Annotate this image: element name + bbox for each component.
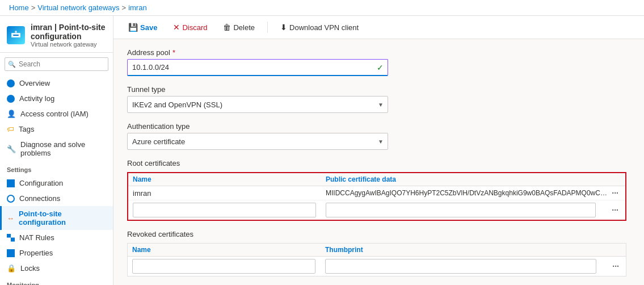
save-button[interactable]: 💾 Save xyxy=(123,20,163,34)
cert-row: imran MIIDCCAgygAwIBAgIQO7YH6HyPT2C5ZbVl… xyxy=(128,186,625,200)
sidebar-item-connections[interactable]: Connections xyxy=(0,191,113,206)
sidebar-item-label: Connections xyxy=(19,194,60,203)
sidebar-item-p2s[interactable]: ↔ Point-to-site configuration xyxy=(0,206,113,230)
check-icon: ✓ xyxy=(377,63,384,72)
sidebar-item-access-control[interactable]: 👤 Access control (IAM) xyxy=(0,106,113,121)
access-control-icon: 👤 xyxy=(7,110,16,118)
p2s-icon: ↔ xyxy=(7,214,14,223)
search-input[interactable] xyxy=(5,57,108,71)
tunnel-type-label: Tunnel type xyxy=(127,85,630,94)
discard-icon: ✕ xyxy=(173,23,180,32)
sidebar-item-diagnose[interactable]: 🔧 Diagnose and solve problems xyxy=(0,137,113,161)
cert-row-name: imran xyxy=(133,189,326,198)
tags-icon: 🏷 xyxy=(7,125,14,133)
cert-col-data-header: Public certificate data xyxy=(326,175,621,183)
breadcrumb-home[interactable]: Home xyxy=(9,3,29,12)
tunnel-type-section: Tunnel type IKEv2 and OpenVPN (SSL) IKEv… xyxy=(127,85,630,113)
address-pool-wrapper: ✓ xyxy=(127,59,388,76)
download-icon: ⬇ xyxy=(280,23,287,32)
tunnel-type-wrapper: IKEv2 and OpenVPN (SSL) IKEv2 only OpenV… xyxy=(127,96,388,113)
sidebar-item-overview[interactable]: Overview xyxy=(0,76,113,91)
sidebar-item-locks[interactable]: 🔒 Locks xyxy=(0,261,113,276)
configuration-icon xyxy=(7,179,15,187)
cert-new-menu[interactable]: ··· xyxy=(609,206,621,215)
revoked-new-thumb-input[interactable] xyxy=(325,259,596,274)
breadcrumb-sep2: > xyxy=(122,3,127,12)
revoked-col-thumb-header: Thumbprint xyxy=(325,246,621,254)
search-icon: 🔍 xyxy=(8,61,16,68)
revoked-certs-title: Revoked certificates xyxy=(127,230,630,238)
sidebar-item-label: Properties xyxy=(19,249,53,257)
connections-icon xyxy=(7,195,15,203)
content-area: Address pool * ✓ Tunnel type IKEv2 and O… xyxy=(113,39,644,285)
root-certs-title: Root certificates xyxy=(127,159,630,167)
cert-col-name-header: Name xyxy=(133,175,326,183)
revoked-col-name-header: Name xyxy=(132,246,325,254)
sidebar: imran | Point-to-site configuration Virt… xyxy=(0,16,113,285)
revoked-cert-table: Name Thumbprint ··· xyxy=(127,243,626,276)
sidebar-item-label: NAT Rules xyxy=(19,233,54,242)
sidebar-item-label: Access control (IAM) xyxy=(20,110,89,118)
cert-row-menu[interactable]: ··· xyxy=(609,188,621,198)
root-certs-section: Root certificates Name Public certificat… xyxy=(127,159,630,221)
breadcrumb-sep1: > xyxy=(31,3,36,12)
settings-section-label: Settings xyxy=(0,161,113,175)
breadcrumb-resource[interactable]: imran xyxy=(128,3,147,12)
cert-new-data-input[interactable] xyxy=(326,203,596,217)
search-box: 🔍 xyxy=(5,57,108,71)
resource-subtitle: Virtual network gateway xyxy=(31,41,106,48)
sidebar-header: imran | Point-to-site configuration Virt… xyxy=(0,16,113,53)
address-pool-section: Address pool * ✓ xyxy=(127,48,630,76)
required-marker: * xyxy=(172,48,175,57)
locks-icon: 🔒 xyxy=(7,264,16,273)
toolbar: 💾 Save ✕ Discard 🗑 Delete ⬇ Download VPN… xyxy=(113,16,644,39)
root-cert-table: Name Public certificate data imran MIIDC… xyxy=(127,172,626,221)
sidebar-item-properties[interactable]: Properties xyxy=(0,245,113,261)
save-icon: 💾 xyxy=(128,23,138,32)
overview-icon xyxy=(7,79,15,87)
address-pool-label: Address pool * xyxy=(127,48,630,57)
sidebar-item-label: Diagnose and solve problems xyxy=(20,140,106,157)
delete-icon: 🗑 xyxy=(223,23,231,32)
activity-log-icon xyxy=(7,95,15,103)
cert-table-header: Name Public certificate data xyxy=(128,173,625,186)
revoked-certs-section: Revoked certificates Name Thumbprint ··· xyxy=(127,230,630,276)
properties-icon xyxy=(7,249,15,257)
monitoring-section-label: Monitoring xyxy=(0,276,113,285)
address-pool-input[interactable] xyxy=(127,59,388,76)
sidebar-item-label: Tags xyxy=(19,125,34,133)
revoked-table-header: Name Thumbprint xyxy=(128,244,626,257)
auth-type-section: Authentication type Azure certificate RA… xyxy=(127,122,630,150)
auth-type-select[interactable]: Azure certificate RADIUS authentication … xyxy=(127,133,388,150)
breadcrumb: Home > Virtual network gateways > imran xyxy=(0,0,644,16)
sidebar-item-configuration[interactable]: Configuration xyxy=(0,175,113,191)
revoked-new-thumb-cell xyxy=(325,259,608,274)
sidebar-item-tags[interactable]: 🏷 Tags xyxy=(0,121,113,137)
tunnel-type-select[interactable]: IKEv2 and OpenVPN (SSL) IKEv2 only OpenV… xyxy=(127,96,388,113)
cert-row-data: MIIDCCAgygAwIBAgIQO7YH6HyPT2C5ZbVlH/DtVz… xyxy=(326,189,607,197)
breadcrumb-vng[interactable]: Virtual network gateways xyxy=(37,3,119,12)
sidebar-item-activity-log[interactable]: Activity log xyxy=(0,91,113,106)
svg-point-2 xyxy=(15,31,17,33)
sidebar-item-label: Point-to-site configuration xyxy=(19,209,106,227)
download-vpn-button[interactable]: ⬇ Download VPN client xyxy=(275,20,364,34)
resource-icon xyxy=(7,26,25,44)
sidebar-item-label: Activity log xyxy=(19,94,54,103)
revoked-row-menu[interactable]: ··· xyxy=(610,262,621,271)
revoked-new-name-input[interactable] xyxy=(132,259,315,274)
delete-button[interactable]: 🗑 Delete xyxy=(217,20,260,34)
toolbar-separator xyxy=(267,22,268,33)
cert-new-name-input[interactable] xyxy=(133,203,316,217)
resource-title: imran | Point-to-site configuration xyxy=(31,23,106,41)
sidebar-item-label: Locks xyxy=(20,264,40,273)
cert-new-name-cell xyxy=(133,203,326,217)
discard-button[interactable]: ✕ Discard xyxy=(167,20,213,34)
cert-new-data-cell xyxy=(326,203,607,217)
auth-type-wrapper: Azure certificate RADIUS authentication … xyxy=(127,133,388,150)
sidebar-item-label: Overview xyxy=(19,79,50,87)
revoked-new-name-cell xyxy=(132,259,325,274)
svg-rect-1 xyxy=(13,35,19,36)
revoked-new-row: ··· xyxy=(128,257,626,276)
sidebar-item-nat-rules[interactable]: NAT Rules xyxy=(0,230,113,245)
sidebar-item-label: Configuration xyxy=(19,179,63,187)
